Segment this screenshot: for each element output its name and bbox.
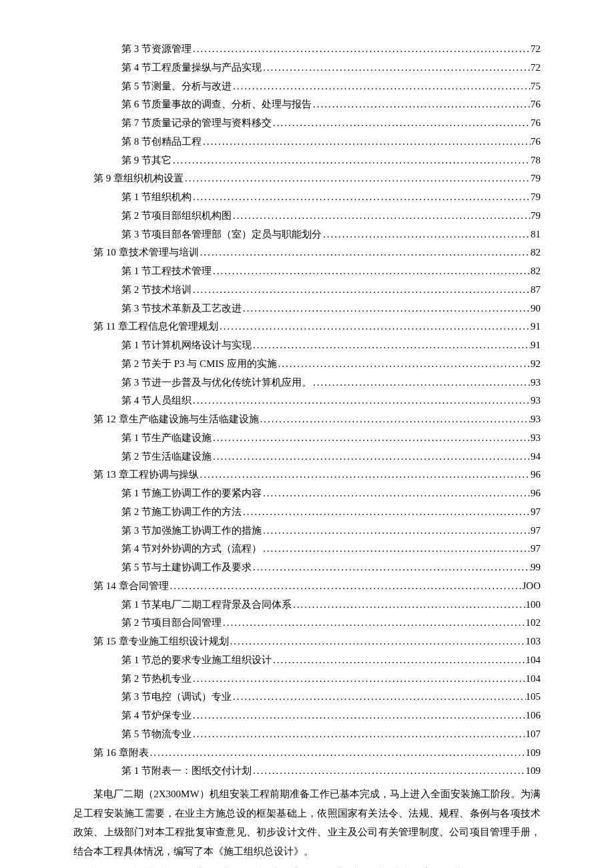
toc-leader-dots bbox=[169, 577, 523, 596]
toc-leader-dots bbox=[192, 707, 526, 725]
toc-entry: 第 14 章合同管理JOO bbox=[73, 577, 541, 596]
toc-title: 第 3 节项目部各管理部（室）定员与职能划分 bbox=[121, 226, 322, 244]
toc-leader-dots bbox=[192, 670, 526, 689]
toc-leader-dots bbox=[232, 207, 531, 226]
toc-page-number: 100 bbox=[526, 596, 541, 614]
toc-title: 第 1 节计算机网络设计与实现 bbox=[121, 336, 252, 355]
toc-title: 第 10 章技术管理与培训 bbox=[93, 244, 199, 262]
toc-entry: 第 16 章附表109 bbox=[73, 744, 541, 763]
toc-leader-dots bbox=[242, 503, 531, 522]
toc-title: 第 3 节电控（调试）专业 bbox=[121, 688, 232, 707]
toc-entry: 第 3 节电控（调试）专业105 bbox=[73, 688, 541, 707]
toc-page-number: 96 bbox=[531, 466, 541, 484]
toc-title: 第 1 节某电厂二期工程背景及合同体系 bbox=[121, 596, 292, 614]
toc-title: 第 3 节资源管理 bbox=[121, 40, 192, 59]
toc-leader-dots bbox=[192, 188, 531, 207]
toc-title: 第 3 节技术革新及工艺改进 bbox=[121, 300, 242, 318]
toc-title: 第 4 节人员组织 bbox=[121, 392, 192, 410]
toc-title: 第 1 节组织机构 bbox=[121, 188, 192, 207]
toc-entry: 第 2 节关于 P3 与 CMIS 应用的实施92 bbox=[73, 355, 541, 374]
toc-title: 第 1 节附表一：图纸交付计划 bbox=[121, 762, 252, 781]
toc-title: 第 16 章附表 bbox=[93, 744, 149, 763]
toc-leader-dots bbox=[232, 688, 526, 707]
toc-page-number: 76 bbox=[531, 133, 541, 151]
toc-entry: 第 2 节生活临建设施94 bbox=[73, 448, 541, 466]
toc-page-number: 79 bbox=[531, 169, 541, 188]
toc-leader-dots bbox=[172, 151, 531, 170]
toc-entry: 第 11 章工程信息化管理规划91 bbox=[73, 318, 541, 336]
toc-leader-dots bbox=[184, 169, 531, 188]
toc-title: 第 2 节施工协调工作的方法 bbox=[121, 503, 242, 522]
toc-entry: 第 1 节生产临建设施93 bbox=[73, 429, 541, 448]
body-paragraph-2: 施工组织设计是施工企业组织施工的总体战略部署，是进行施工准备与施工部署的指导 bbox=[73, 863, 541, 868]
toc-leader-dots bbox=[218, 318, 531, 336]
toc-entry: 第 6 节质量事故的调查、分析、处理与报告76 bbox=[73, 95, 541, 114]
toc-page-number: 79 bbox=[531, 188, 541, 207]
toc-entry: 第 1 节总的要求专业施工组织设计104 bbox=[73, 651, 541, 670]
toc-entry: 第 15 章专业施工组织设计规划103 bbox=[73, 632, 541, 651]
toc-entry: 第 2 节项目部合同管理102 bbox=[73, 614, 541, 632]
body-paragraph-1: 某电厂二期（2X300MW）机组安装工程前期准备工作已基本完成，马上进入全面安装… bbox=[73, 785, 541, 861]
toc-title: 第 5 节测量、分析与改进 bbox=[121, 77, 232, 96]
toc-page-number: 93 bbox=[531, 410, 541, 429]
toc-title: 第 2 节项目部合同管理 bbox=[121, 614, 222, 632]
toc-title: 第 15 章专业施工组织设计规划 bbox=[93, 632, 229, 651]
toc-leader-dots bbox=[322, 226, 531, 244]
toc-entry: 第 2 节项目部组织机构图79 bbox=[73, 207, 541, 226]
toc-page-number: 94 bbox=[531, 448, 541, 466]
toc-entry: 第 8 节创精品工程76 bbox=[73, 133, 541, 151]
toc-page-number: 109 bbox=[526, 744, 541, 763]
toc-leader-dots bbox=[262, 522, 531, 540]
toc-entry: 第 1 节附表一：图纸交付计划109 bbox=[73, 762, 541, 781]
toc-page-number: 72 bbox=[531, 40, 541, 59]
toc-leader-dots bbox=[199, 466, 531, 484]
toc-leader-dots bbox=[149, 744, 526, 763]
toc-title: 第 3 节加强施工协调工作的措施 bbox=[121, 522, 262, 540]
toc-page-number: JOO bbox=[522, 577, 541, 596]
toc-entry: 第 2 节热机专业104 bbox=[73, 670, 541, 689]
toc-title: 第 14 章合同管理 bbox=[93, 577, 169, 596]
toc-page-number: 92 bbox=[531, 355, 541, 374]
toc-leader-dots bbox=[262, 484, 531, 503]
toc-page-number: 97 bbox=[531, 522, 541, 540]
toc-title: 第 11 章工程信息化管理规划 bbox=[93, 318, 218, 336]
toc-title: 第 1 节施工协调工作的要紧内容 bbox=[121, 484, 262, 503]
toc-title: 第 2 节项目部组织机构图 bbox=[121, 207, 232, 226]
toc-page-number: 82 bbox=[531, 262, 541, 281]
toc-entry: 第 9 章组织机构设置79 bbox=[73, 169, 541, 188]
toc-page-number: 104 bbox=[526, 670, 541, 689]
toc-page-number: 76 bbox=[531, 114, 541, 133]
toc-leader-dots bbox=[262, 540, 531, 558]
toc-leader-dots bbox=[312, 95, 531, 114]
toc-title: 第 1 节工程技术管理 bbox=[121, 262, 212, 281]
toc-page-number: 96 bbox=[531, 484, 541, 503]
toc-title: 第 4 节炉保专业 bbox=[121, 707, 192, 725]
toc-leader-dots bbox=[259, 410, 531, 429]
toc-leader-dots bbox=[272, 114, 531, 133]
toc-title: 第 8 节创精品工程 bbox=[121, 133, 202, 151]
toc-page-number: 106 bbox=[526, 707, 541, 725]
toc-entry: 第 1 节某电厂二期工程背景及合同体系100 bbox=[73, 596, 541, 614]
toc-entry: 第 7 节质量记录的管理与资料移交76 bbox=[73, 114, 541, 133]
toc-title: 第 2 节关于 P3 与 CMIS 应用的实施 bbox=[121, 355, 277, 374]
toc-leader-dots bbox=[212, 429, 531, 448]
toc-page-number: 78 bbox=[531, 151, 541, 170]
toc-entry: 第 4 节工程质量操纵与产品实现72 bbox=[73, 59, 541, 77]
toc-entry: 第 4 节人员组织93 bbox=[73, 392, 541, 410]
toc-leader-dots bbox=[212, 262, 531, 281]
toc-page-number: 75 bbox=[531, 77, 541, 96]
toc-page-number: 91 bbox=[531, 336, 541, 355]
toc-page-number: 91 bbox=[531, 318, 541, 336]
toc-title: 第 13 章工程协调与操纵 bbox=[93, 466, 199, 484]
toc-title: 第 2 节技术培训 bbox=[121, 281, 192, 300]
toc-leader-dots bbox=[192, 281, 531, 300]
table-of-contents: 第 3 节资源管理72第 4 节工程质量操纵与产品实现72第 5 节测量、分析与… bbox=[73, 40, 541, 781]
toc-leader-dots bbox=[192, 725, 526, 744]
toc-title: 第 5 节物流专业 bbox=[121, 725, 192, 744]
toc-leader-dots bbox=[252, 336, 531, 355]
toc-page-number: 81 bbox=[531, 226, 541, 244]
toc-entry: 第 3 节项目部各管理部（室）定员与职能划分81 bbox=[73, 226, 541, 244]
toc-title: 第 4 节工程质量操纵与产品实现 bbox=[121, 59, 262, 77]
toc-leader-dots bbox=[312, 374, 531, 392]
toc-leader-dots bbox=[212, 448, 531, 466]
